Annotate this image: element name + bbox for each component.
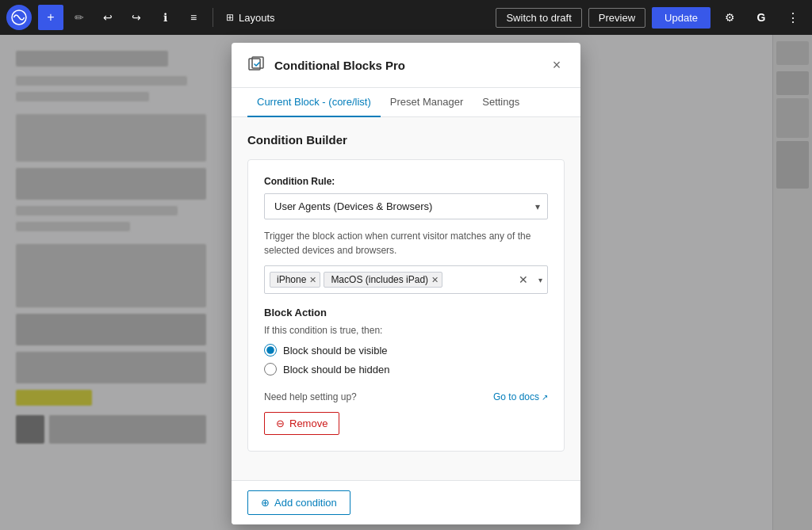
- radio-hidden-input[interactable]: [264, 363, 277, 376]
- settings-button[interactable]: ⚙: [717, 5, 742, 30]
- tag-macos-label: MacOS (includes iPad): [331, 274, 428, 285]
- remove-label: Remove: [289, 418, 327, 429]
- condition-rule-select[interactable]: User Agents (Devices & Browsers): [264, 193, 548, 219]
- block-action-section: Block Action If this condition is true, …: [264, 307, 548, 376]
- toolbar-left: + ✏ ↩ ↪ ℹ ≡ ⊞ Layouts: [6, 5, 496, 30]
- section-title: Condition Builder: [247, 133, 565, 147]
- modal-dialog: Conditional Blocks Pro × Current Block -…: [232, 43, 580, 524]
- tab-preset-manager[interactable]: Preset Manager: [381, 88, 473, 117]
- edit-button[interactable]: ✏: [67, 5, 92, 30]
- modal-overlay: Conditional Blocks Pro × Current Block -…: [0, 35, 812, 530]
- remove-icon: ⊖: [276, 418, 285, 429]
- more-options-button[interactable]: ⋮: [780, 5, 806, 30]
- remove-condition-button[interactable]: ⊖ Remove: [264, 412, 339, 435]
- modal-plugin-icon: [247, 55, 266, 74]
- modal-header: Conditional Blocks Pro ×: [232, 43, 580, 88]
- wp-logo-button[interactable]: [6, 5, 32, 30]
- add-condition-icon: ⊕: [261, 497, 270, 509]
- tag-macos: MacOS (includes iPad) ✕: [324, 272, 442, 288]
- redo-button[interactable]: ↪: [124, 5, 149, 30]
- layouts-button[interactable]: ⊞ Layouts: [220, 9, 282, 27]
- radio-hidden-label: Block should be hidden: [283, 364, 389, 376]
- wp-toolbar: + ✏ ↩ ↪ ℹ ≡ ⊞ Layouts Switch to draft Pr…: [0, 0, 812, 35]
- tag-macos-remove[interactable]: ✕: [431, 276, 439, 284]
- condition-rule-select-wrapper: User Agents (Devices & Browsers) ▾: [264, 193, 548, 219]
- tag-iphone-label: iPhone: [277, 274, 306, 285]
- tab-settings[interactable]: Settings: [473, 88, 529, 117]
- switch-draft-button[interactable]: Switch to draft: [496, 8, 581, 28]
- condition-text: If this condition is true, then:: [264, 325, 548, 336]
- add-condition-button[interactable]: ⊕ Add condition: [247, 490, 350, 515]
- tab-current-block[interactable]: Current Block - (core/list): [247, 88, 381, 117]
- g-icon-button[interactable]: G: [749, 5, 774, 30]
- add-condition-label: Add condition: [274, 497, 337, 509]
- modal-body: Condition Builder Condition Rule: User A…: [232, 117, 580, 480]
- toolbar-separator: [213, 8, 213, 27]
- modal-close-button[interactable]: ×: [546, 54, 568, 76]
- preview-button[interactable]: Preview: [588, 8, 645, 28]
- radio-visible-label: Block should be visible: [283, 345, 388, 357]
- modal-title: Conditional Blocks Pro: [274, 59, 405, 72]
- helper-text: Trigger the block action when current vi…: [264, 229, 548, 257]
- modal-tabs: Current Block - (core/list) Preset Manag…: [232, 88, 580, 117]
- external-link-icon: ↗: [542, 393, 548, 402]
- undo-button[interactable]: ↩: [95, 5, 121, 30]
- radio-visible-option[interactable]: Block should be visible: [264, 344, 548, 357]
- radio-hidden-option[interactable]: Block should be hidden: [264, 363, 548, 376]
- radio-visible-input[interactable]: [264, 344, 277, 357]
- info-button[interactable]: ℹ: [152, 5, 178, 30]
- update-button[interactable]: Update: [652, 7, 710, 29]
- condition-card: Condition Rule: User Agents (Devices & B…: [247, 159, 565, 452]
- tag-input-clear-button[interactable]: ✕: [519, 273, 528, 286]
- help-link-row: Need help setting up? Go to docs ↗: [264, 385, 548, 402]
- go-to-docs-link[interactable]: Go to docs ↗: [493, 391, 548, 402]
- help-text: Need help setting up?: [264, 391, 357, 402]
- tag-input-dropdown-button[interactable]: ▾: [538, 276, 542, 284]
- tag-iphone: iPhone ✕: [270, 272, 320, 288]
- tag-input[interactable]: iPhone ✕ MacOS (includes iPad) ✕ ✕ ▾: [264, 265, 548, 294]
- list-view-button[interactable]: ≡: [181, 5, 206, 30]
- block-action-title: Block Action: [264, 307, 548, 318]
- toolbar-right: Switch to draft Preview Update ⚙ G ⋮: [496, 5, 806, 30]
- condition-rule-label: Condition Rule:: [264, 176, 548, 187]
- add-block-button[interactable]: +: [38, 5, 63, 30]
- tag-iphone-remove[interactable]: ✕: [309, 276, 316, 284]
- modal-footer: ⊕ Add condition: [232, 480, 580, 524]
